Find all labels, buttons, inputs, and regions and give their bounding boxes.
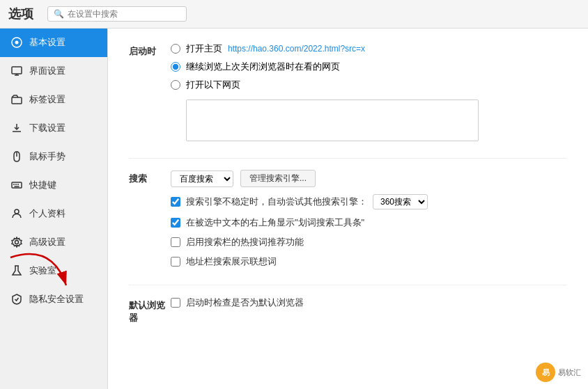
keyboard-icon: [10, 178, 24, 192]
startup-option1-label: 打开主页: [186, 42, 222, 55]
main-layout: 基本设置 界面设置 标签设置: [0, 29, 588, 389]
manage-search-engines-button[interactable]: 管理搜索引擎...: [240, 170, 316, 187]
svg-rect-5: [12, 97, 22, 104]
search-checkbox-suggest[interactable]: [171, 257, 180, 267]
search-body: 百度搜索 管理搜索引擎... 搜索引擎不稳定时，自动尝试其他搜索引擎： 360搜…: [171, 170, 567, 268]
shield-icon: [10, 292, 24, 306]
search-option-fallback: 搜索引擎不稳定时，自动尝试其他搜索引擎： 360搜索: [171, 194, 567, 209]
sidebar-label-advanced: 高级设置: [29, 236, 65, 248]
sidebar-label-basic: 基本设置: [29, 36, 65, 49]
default-browser-option: 启动时检查是否为默认浏览器: [171, 296, 567, 309]
svg-rect-9: [12, 182, 22, 188]
sidebar-item-shortcut[interactable]: 快捷键: [0, 171, 107, 200]
mouse-icon: [10, 150, 24, 164]
sidebar-label-shortcut: 快捷键: [29, 179, 56, 191]
brand-footer: 易 易软汇: [536, 363, 581, 382]
search-row: 搜索 百度搜索 管理搜索引擎... 搜索引擎不稳: [129, 170, 567, 268]
monitor-icon: [10, 64, 24, 78]
brand-logo: 易: [536, 363, 555, 382]
startup-url-link[interactable]: https://hao.360.com/2022.html?src=x: [228, 44, 365, 54]
search-box[interactable]: 🔍: [47, 6, 187, 22]
svg-point-14: [15, 209, 19, 214]
search-fallback-label: 搜索引擎不稳定时，自动尝试其他搜索引擎：: [186, 196, 367, 208]
sidebar-item-basic[interactable]: 基本设置: [0, 29, 107, 57]
sidebar-item-gesture[interactable]: 鼠标手势: [0, 143, 107, 171]
sidebar-label-lab: 实验室: [29, 264, 56, 277]
sidebar-item-tabs[interactable]: 标签设置: [0, 86, 107, 114]
download-icon: [10, 121, 24, 135]
startup-row: 启动时 打开主页 https://hao.360.com/2022.html?s…: [129, 42, 567, 141]
sidebar-item-interface[interactable]: 界面设置: [0, 57, 107, 86]
startup-label: 启动时: [129, 42, 171, 58]
startup-section: 启动时 打开主页 https://hao.360.com/2022.html?s…: [129, 42, 567, 141]
sidebar-item-advanced[interactable]: 高级设置: [0, 228, 107, 257]
open-pages-textarea[interactable]: [186, 100, 479, 141]
sidebar-item-profile[interactable]: 个人资料: [0, 200, 107, 228]
search-checkbox-fallback[interactable]: [171, 197, 180, 207]
search-input[interactable]: [68, 9, 179, 19]
divider2: [129, 285, 567, 285]
brand-icon-text: 易: [542, 367, 550, 378]
search-options: 百度搜索 管理搜索引擎... 搜索引擎不稳定时，自动尝试其他搜索引擎： 360搜…: [171, 170, 567, 268]
divider1: [129, 158, 567, 159]
default-browser-label: 默认浏览器: [129, 296, 171, 324]
header: 选项 🔍: [0, 0, 588, 29]
settings-circle-icon: [10, 35, 24, 49]
search-label: 搜索: [129, 170, 171, 185]
search-hotword-label: 启用搜索栏的热搜词推荐功能: [186, 236, 304, 248]
search-suggest-label: 地址栏搜索展示联想词: [186, 255, 277, 268]
startup-radio-group: 打开主页 https://hao.360.com/2022.html?src=x…: [171, 42, 567, 141]
content-area: 启动时 打开主页 https://hao.360.com/2022.html?s…: [108, 29, 588, 389]
sidebar-label-tabs: 标签设置: [29, 93, 65, 106]
startup-radio-homepage[interactable]: [171, 44, 180, 54]
sidebar-label-privacy: 隐私安全设置: [29, 293, 84, 305]
startup-option1-row: 打开主页 https://hao.360.com/2022.html?src=x: [171, 42, 567, 55]
startup-option3-row: 打开以下网页: [171, 79, 567, 91]
search-icon: 🔍: [54, 9, 64, 19]
svg-rect-2: [12, 67, 22, 74]
search-checkbox-selection[interactable]: [171, 218, 180, 228]
sidebar-label-interface: 界面设置: [29, 65, 65, 77]
startup-body: 打开主页 https://hao.360.com/2022.html?src=x…: [171, 42, 567, 141]
default-browser-checkbox[interactable]: [171, 298, 180, 308]
tabs-icon: [10, 93, 24, 106]
lab-icon: [10, 264, 24, 278]
search-option-selection: 在被选中文本的右上角显示"划词搜索工具条": [171, 216, 567, 229]
sidebar-label-profile: 个人资料: [29, 207, 65, 220]
search-checkbox-hotword[interactable]: [171, 237, 180, 247]
search-engine-select[interactable]: 百度搜索: [171, 170, 233, 187]
search-option-suggest: 地址栏搜索展示联想词: [171, 255, 567, 268]
sidebar-label-download: 下载设置: [29, 122, 65, 134]
startup-radio-specific[interactable]: [171, 80, 180, 90]
search-selection-label: 在被选中文本的右上角显示"划词搜索工具条": [186, 216, 364, 229]
search-section: 搜索 百度搜索 管理搜索引擎... 搜索引擎不稳: [129, 170, 567, 268]
startup-option2-row: 继续浏览上次关闭浏览器时在看的网页: [171, 61, 567, 73]
fallback-engine-select[interactable]: 360搜索: [373, 194, 428, 209]
sidebar-label-gesture: 鼠标手势: [29, 150, 65, 163]
startup-radio-continue[interactable]: [171, 62, 180, 72]
gear-icon: [10, 235, 24, 249]
sidebar-item-lab[interactable]: 实验室: [0, 257, 107, 285]
svg-point-15: [15, 241, 19, 244]
search-engine-row: 百度搜索 管理搜索引擎...: [171, 170, 567, 187]
sidebar-item-privacy[interactable]: 隐私安全设置: [0, 285, 107, 314]
search-option-hotword: 启用搜索栏的热搜词推荐功能: [171, 236, 567, 248]
startup-option3-label: 打开以下网页: [186, 79, 240, 91]
default-browser-section: 默认浏览器 启动时检查是否为默认浏览器: [129, 296, 567, 324]
default-browser-row: 默认浏览器 启动时检查是否为默认浏览器: [129, 296, 567, 324]
startup-option2-label: 继续浏览上次关闭浏览器时在看的网页: [186, 61, 340, 73]
default-browser-body: 启动时检查是否为默认浏览器: [171, 296, 567, 309]
brand-name: 易软汇: [558, 367, 581, 378]
svg-point-1: [15, 41, 19, 45]
sidebar: 基本设置 界面设置 标签设置: [0, 29, 108, 389]
sidebar-item-download[interactable]: 下载设置: [0, 114, 107, 143]
page-title: 选项: [8, 6, 33, 22]
person-icon: [10, 207, 24, 221]
default-browser-option-label: 启动时检查是否为默认浏览器: [186, 296, 304, 309]
